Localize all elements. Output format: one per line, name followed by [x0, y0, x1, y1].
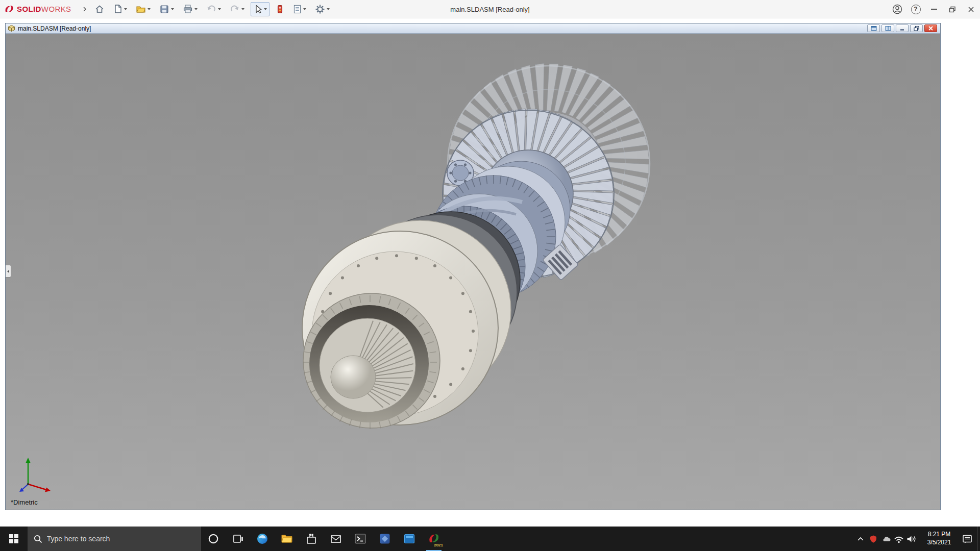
- redo-icon: [230, 5, 240, 14]
- chevron-down-icon[interactable]: [264, 8, 267, 10]
- terminal-icon: [354, 533, 366, 545]
- mail-button[interactable]: [324, 527, 348, 551]
- undo-icon: [206, 5, 216, 14]
- open-button[interactable]: [133, 2, 153, 16]
- volume-tray-button[interactable]: [905, 527, 918, 551]
- new-document-button[interactable]: [111, 2, 130, 16]
- help-icon: ?: [911, 5, 921, 14]
- onedrive-icon: [881, 535, 891, 543]
- doc-close-button[interactable]: [924, 24, 937, 32]
- action-center-button[interactable]: [958, 527, 977, 551]
- minimize-icon: [931, 9, 937, 10]
- new-document-icon: [113, 4, 122, 14]
- clock-date: 3/5/2021: [923, 539, 955, 547]
- solidworks-logo: SOLIDWORKS: [0, 5, 76, 14]
- jet-engine-model: [6, 34, 940, 510]
- brand-text: SOLIDWORKS: [17, 5, 71, 13]
- account-button[interactable]: [888, 0, 906, 18]
- graphics-viewport[interactable]: *Dimetric: [6, 34, 940, 510]
- window-split-button[interactable]: [881, 24, 894, 32]
- restore-icon: [949, 6, 956, 13]
- search-input[interactable]: [47, 535, 195, 543]
- chevron-down-icon[interactable]: [303, 8, 306, 10]
- restore-button[interactable]: [943, 0, 962, 18]
- task-view-icon: [232, 533, 243, 544]
- app-window-title: main.SLDASM [Read-only]: [450, 0, 529, 18]
- chevron-down-icon[interactable]: [148, 8, 151, 10]
- file-properties-button[interactable]: [290, 2, 309, 16]
- save-icon: [159, 4, 169, 14]
- account-icon: [892, 4, 902, 14]
- chevron-down-icon[interactable]: [218, 8, 221, 10]
- cortana-button[interactable]: [201, 527, 226, 551]
- show-desktop-button[interactable]: [977, 527, 980, 551]
- movies-tv-button[interactable]: [397, 527, 422, 551]
- window-pane-icon: [871, 26, 877, 31]
- doc-restore-button[interactable]: [910, 24, 923, 32]
- home-icon: [94, 4, 105, 14]
- taskbar: 2021: [0, 527, 980, 551]
- tray-expand-button[interactable]: [854, 527, 867, 551]
- rebuild-button[interactable]: [273, 2, 286, 16]
- taskbar-search[interactable]: [28, 527, 201, 551]
- edge-button[interactable]: [250, 527, 275, 551]
- search-icon: [34, 535, 42, 543]
- file-properties-icon: [292, 4, 302, 14]
- antivirus-tray-button[interactable]: [867, 527, 879, 551]
- minimize-button[interactable]: [925, 0, 943, 18]
- chevron-down-icon[interactable]: [194, 8, 198, 10]
- solidworks-version-badge: 2021: [434, 543, 443, 547]
- system-tray: 8:21 PM 3/5/2021: [854, 527, 980, 551]
- save-button[interactable]: [157, 2, 177, 16]
- task-view-button[interactable]: [226, 527, 250, 551]
- minimize-icon: [899, 26, 905, 31]
- home-button[interactable]: [92, 2, 107, 16]
- select-button[interactable]: [251, 2, 270, 16]
- photos-icon: [379, 533, 391, 545]
- start-icon: [9, 534, 18, 543]
- open-folder-icon: [136, 4, 146, 14]
- movies-tv-icon: [403, 533, 415, 545]
- close-icon: [928, 26, 934, 31]
- undo-button[interactable]: [204, 3, 224, 16]
- action-center-icon: [962, 534, 973, 544]
- chevron-down-icon[interactable]: [241, 8, 244, 10]
- close-icon: [968, 6, 974, 13]
- doc-minimize-button[interactable]: [896, 24, 909, 32]
- toolbar-flyout-arrow-icon[interactable]: [83, 6, 87, 12]
- clock-time: 8:21 PM: [923, 531, 955, 539]
- chevron-down-icon[interactable]: [124, 8, 127, 10]
- chevron-down-icon[interactable]: [171, 8, 174, 10]
- redo-button[interactable]: [227, 3, 247, 16]
- onedrive-tray-button[interactable]: [879, 527, 892, 551]
- document-title: main.SLDASM [Read-only]: [18, 25, 91, 32]
- quick-access-toolbar: [92, 2, 332, 16]
- options-button[interactable]: [312, 2, 332, 16]
- store-button[interactable]: [299, 527, 324, 551]
- wifi-icon: [893, 535, 904, 543]
- photos-button[interactable]: [373, 527, 397, 551]
- taskbar-clock[interactable]: 8:21 PM 3/5/2021: [923, 531, 955, 546]
- volume-icon: [906, 535, 917, 543]
- chevron-left-icon: [7, 270, 9, 273]
- assembly-document-icon: [8, 24, 15, 32]
- antivirus-shield-icon: [869, 535, 877, 543]
- print-button[interactable]: [180, 2, 200, 16]
- window-pane-button[interactable]: [867, 24, 880, 32]
- chevron-down-icon[interactable]: [327, 8, 330, 10]
- orientation-triad[interactable]: [14, 455, 57, 494]
- document-window: main.SLDASM [Read-only]: [5, 23, 941, 510]
- document-titlebar[interactable]: main.SLDASM [Read-only]: [6, 23, 940, 34]
- help-button[interactable]: ?: [906, 0, 925, 18]
- options-gear-icon: [315, 4, 325, 14]
- featuremanager-collapse-tab[interactable]: [6, 265, 11, 278]
- rebuild-icon: [276, 4, 284, 14]
- start-button[interactable]: [0, 527, 28, 551]
- window-split-icon: [885, 26, 891, 31]
- file-explorer-button[interactable]: [275, 527, 299, 551]
- close-button[interactable]: [962, 0, 980, 18]
- document-window-controls: [867, 24, 938, 32]
- network-tray-button[interactable]: [892, 527, 905, 551]
- terminal-button[interactable]: [348, 527, 373, 551]
- solidworks-taskbar-button[interactable]: 2021: [422, 527, 446, 551]
